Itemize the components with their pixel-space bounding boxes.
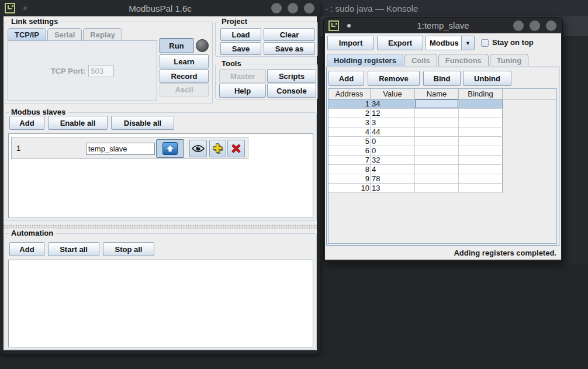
close-button[interactable] [304, 3, 314, 13]
cell-value[interactable]: 12 [371, 109, 415, 118]
cell-address[interactable]: 2 [328, 109, 371, 118]
cell-name[interactable] [415, 184, 459, 192]
run-button[interactable]: Run [160, 38, 193, 53]
cell-address[interactable]: 6 [328, 146, 371, 155]
cell-binding[interactable] [459, 137, 503, 146]
column-header-binding[interactable]: Binding [459, 89, 503, 99]
cell-address[interactable]: 9 [328, 174, 371, 183]
cell-name[interactable] [415, 165, 459, 174]
column-header-name[interactable]: Name [415, 89, 459, 99]
cell-name[interactable] [415, 127, 459, 136]
cell-binding[interactable] [459, 109, 503, 118]
slave-name-input[interactable]: temp_slave [86, 143, 155, 155]
konsole-titlebar[interactable]: - : sudo java — Konsole [320, 0, 588, 16]
table-row[interactable]: 212 [328, 109, 503, 118]
cell-name[interactable] [415, 146, 459, 155]
cell-name[interactable] [415, 118, 459, 127]
cell-address[interactable]: 10 [328, 184, 371, 192]
cell-binding[interactable] [459, 99, 503, 108]
table-row[interactable]: 1013 [328, 184, 503, 193]
table-row[interactable]: 33 [328, 118, 503, 127]
console-button[interactable]: Console [267, 84, 316, 98]
scripts-button[interactable]: Scripts [267, 69, 316, 83]
column-header-address[interactable]: Address [328, 89, 371, 99]
chevron-down-icon[interactable]: ▼ [461, 36, 474, 50]
stay-on-top-checkbox[interactable] [481, 39, 489, 47]
cell-address[interactable]: 5 [328, 137, 371, 146]
cell-value[interactable]: 32 [371, 156, 415, 164]
cell-binding[interactable] [459, 118, 503, 127]
protocol-combobox[interactable]: Modbus ▼ [426, 36, 475, 50]
table-row[interactable]: 84 [328, 165, 503, 174]
clear-button[interactable]: Clear [264, 28, 315, 41]
cell-address[interactable]: 4 [328, 127, 371, 136]
close-button[interactable] [546, 20, 556, 31]
show-slave-button[interactable] [156, 139, 184, 158]
minimize-button[interactable] [513, 20, 524, 31]
table-row[interactable]: 60 [328, 146, 503, 156]
enable-all-button[interactable]: Enable all [48, 116, 108, 130]
cell-value[interactable]: 0 [371, 137, 415, 146]
cell-address[interactable]: 8 [328, 165, 371, 174]
cell-value[interactable]: 3 [371, 118, 415, 127]
record-button[interactable]: Record [160, 69, 209, 83]
remove-register-button[interactable]: Remove [368, 71, 420, 86]
cell-address[interactable]: 3 [328, 118, 371, 127]
tab-tuning[interactable]: Tuning [490, 54, 528, 66]
tab-functions[interactable]: Functions [438, 54, 489, 66]
cell-value[interactable]: 44 [371, 127, 415, 136]
minimize-button[interactable] [271, 3, 282, 13]
maximize-button[interactable] [530, 20, 540, 31]
tab-serial[interactable]: Serial [47, 28, 82, 40]
stop-all-button[interactable]: Stop all [103, 242, 154, 256]
add-slave-button[interactable]: Add [9, 116, 44, 130]
export-button[interactable]: Export [377, 36, 423, 50]
save-as-button[interactable]: Save as [264, 42, 315, 55]
cell-value[interactable]: 0 [371, 146, 415, 155]
cell-binding[interactable] [459, 146, 503, 155]
maximize-button[interactable] [288, 3, 298, 13]
cell-binding[interactable] [459, 156, 503, 164]
cell-value[interactable]: 4 [371, 165, 415, 174]
bind-button[interactable]: Bind [423, 71, 461, 86]
slave-titlebar[interactable]: 1:temp_slave [324, 18, 562, 33]
cell-binding[interactable] [459, 174, 503, 183]
duplicate-slave-button[interactable] [209, 140, 226, 157]
disable-all-button[interactable]: Disable all [111, 116, 174, 130]
import-button[interactable]: Import [327, 36, 374, 50]
add-automation-button[interactable]: Add [9, 242, 44, 256]
cell-name[interactable] [415, 174, 459, 183]
help-button[interactable]: Help [219, 84, 266, 98]
cell-name[interactable] [415, 109, 459, 118]
tcp-port-input[interactable]: 503 [88, 65, 114, 77]
unbind-button[interactable]: Unbind [463, 71, 511, 86]
enable-slave-button[interactable] [189, 140, 207, 157]
save-button[interactable]: Save [220, 42, 261, 55]
table-row[interactable]: 978 [328, 174, 503, 184]
tab-coils[interactable]: Coils [404, 54, 437, 66]
cell-binding[interactable] [459, 127, 503, 136]
cell-name[interactable] [415, 156, 459, 164]
table-row[interactable]: 50 [328, 137, 503, 146]
table-row[interactable]: 444 [328, 127, 503, 137]
table-row[interactable]: 134 [328, 99, 503, 109]
tab-tcpip[interactable]: TCP/IP [8, 28, 46, 40]
delete-slave-button[interactable] [227, 140, 245, 157]
cell-value[interactable]: 34 [371, 99, 415, 108]
cell-address[interactable]: 1 [328, 99, 371, 108]
tab-replay[interactable]: Replay [83, 28, 122, 40]
cell-binding[interactable] [459, 184, 503, 192]
start-all-button[interactable]: Start all [48, 242, 99, 256]
cell-binding[interactable] [459, 165, 503, 174]
cell-name[interactable] [415, 137, 459, 146]
modbuspal-titlebar[interactable]: ModbusPal 1.6c [0, 0, 320, 16]
column-header-value[interactable]: Value [371, 89, 415, 99]
learn-button[interactable]: Learn [160, 54, 209, 68]
tab-holding-registers[interactable]: Holding registers [327, 54, 403, 66]
cell-name[interactable] [415, 99, 459, 108]
cell-value[interactable]: 13 [371, 184, 415, 192]
table-row[interactable]: 732 [328, 156, 503, 165]
cell-address[interactable]: 7 [328, 156, 371, 164]
cell-value[interactable]: 78 [371, 174, 415, 183]
add-register-button[interactable]: Add [328, 71, 364, 86]
